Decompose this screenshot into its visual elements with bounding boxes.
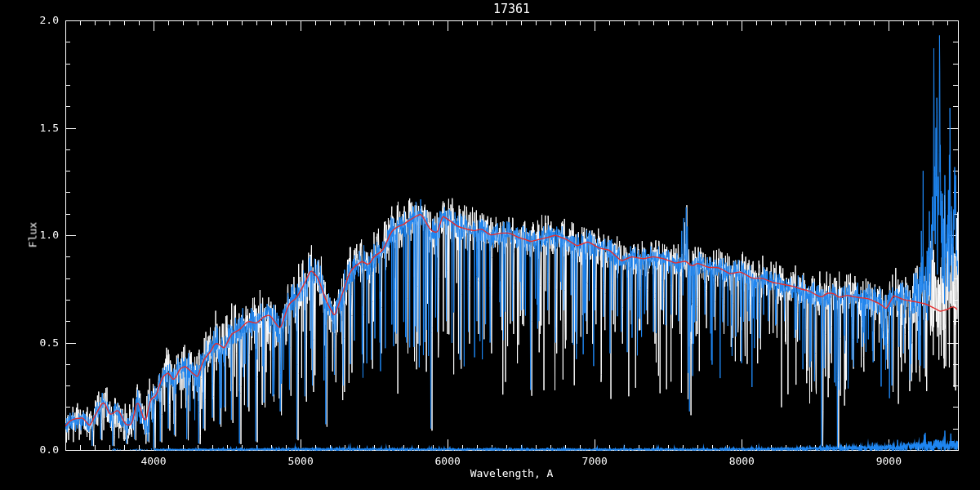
x-axis-label: Wavelength, A xyxy=(65,467,958,479)
x-tick-label: 8000 xyxy=(717,455,766,467)
x-tick-label: 9000 xyxy=(864,455,913,467)
y-tick-label: 1.5 xyxy=(0,122,59,134)
spectrum-plot-canvas xyxy=(0,0,980,490)
spectrum-figure: 17361 Flux Wavelength, A 0.00.51.01.52.0… xyxy=(0,0,980,490)
plot-title: 17361 xyxy=(65,2,958,16)
y-tick-label: 0.5 xyxy=(0,336,59,349)
y-tick-label: 2.0 xyxy=(0,14,59,26)
y-tick-label: 1.0 xyxy=(0,229,59,241)
x-tick-label: 6000 xyxy=(423,455,472,467)
x-tick-label: 7000 xyxy=(570,455,619,467)
y-tick-label: 0.0 xyxy=(0,443,59,456)
x-tick-label: 5000 xyxy=(276,455,325,467)
x-tick-label: 4000 xyxy=(129,455,178,467)
